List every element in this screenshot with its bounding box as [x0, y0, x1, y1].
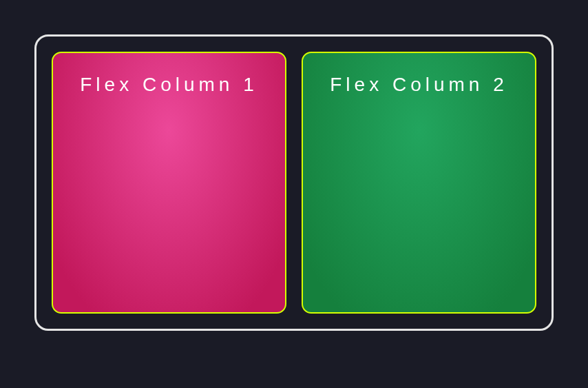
flex-container: Flex Column 1 Flex Column 2: [34, 34, 554, 331]
column-2-label: Flex Column 2: [317, 74, 521, 96]
flex-column-2: Flex Column 2: [302, 52, 536, 314]
column-1-label: Flex Column 1: [67, 74, 271, 96]
flex-column-1: Flex Column 1: [52, 52, 286, 314]
